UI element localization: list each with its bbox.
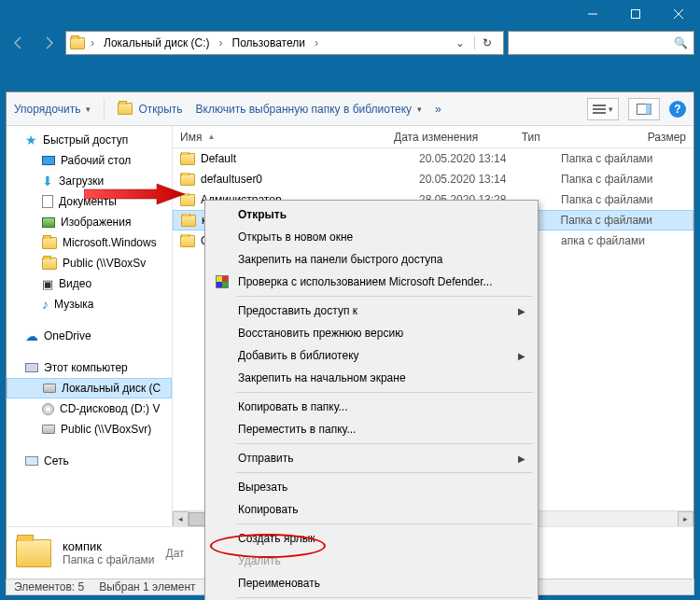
disk-icon (43, 384, 56, 393)
folder-icon (180, 174, 195, 186)
folder-open-icon (118, 103, 133, 115)
navigation-bar: › Локальный диск (C:) › Пользователи › ⌄… (0, 28, 700, 58)
ctx-copy[interactable]: Копировать (208, 498, 535, 521)
column-date[interactable]: Дата изменения (386, 131, 514, 144)
minimize-button[interactable] (571, 0, 614, 28)
navigation-tree[interactable]: ★Быстрый доступ Рабочий стол ⬇Загрузки Д… (7, 126, 173, 526)
ctx-pin-start[interactable]: Закрепить на начальном экране (208, 367, 535, 389)
ctx-defender-scan[interactable]: Проверка с использованием Microsoft Defe… (208, 271, 535, 293)
back-button[interactable] (6, 30, 32, 56)
ctx-create-shortcut[interactable]: Создать ярлык (208, 527, 535, 550)
address-bar[interactable]: › Локальный диск (C:) › Пользователи › ⌄… (65, 31, 504, 55)
cloud-icon: ☁ (25, 328, 38, 343)
sort-indicator-icon: ▲ (207, 133, 215, 141)
close-button[interactable] (657, 0, 700, 28)
scroll-right-button[interactable]: ▸ (678, 511, 693, 527)
svg-rect-1 (632, 10, 640, 19)
breadcrumb-segment[interactable]: Пользователи (229, 36, 309, 49)
file-row[interactable]: Default 20.05.2020 13:14 Папка с файлами (173, 148, 693, 169)
details-date-label: Дат (166, 547, 185, 560)
include-label: Включить выбранную папку в библиотеку (196, 103, 413, 116)
open-button[interactable]: Открыть (118, 103, 182, 116)
svg-rect-5 (593, 108, 606, 110)
ctx-move-to-folder[interactable]: Переместить в папку... (208, 418, 535, 440)
command-bar: Упорядочить ▾ Открыть Включить выбранную… (7, 92, 693, 126)
tree-pictures[interactable]: Изображения (7, 212, 172, 232)
pc-icon (25, 363, 38, 372)
ctx-rename[interactable]: Переименовать (208, 572, 535, 594)
title-bar (0, 0, 700, 28)
column-type[interactable]: Тип (514, 131, 640, 144)
menu-separator (236, 472, 533, 473)
ctx-copy-to-folder[interactable]: Копировать в папку... (208, 396, 535, 418)
ctx-delete[interactable]: Удалить (208, 550, 535, 572)
menu-separator (236, 597, 533, 598)
tree-local-disk[interactable]: Локальный диск (C (7, 378, 172, 398)
status-count: Элементов: 5 (14, 580, 84, 593)
organize-button[interactable]: Упорядочить ▾ (14, 103, 91, 116)
svg-rect-4 (593, 105, 606, 106)
tree-quick-access[interactable]: ★Быстрый доступ (7, 130, 172, 150)
music-icon: ♪ (42, 297, 49, 312)
menu-separator (236, 523, 533, 524)
tree-public-drive[interactable]: Public (\\VBoxSvr) (7, 419, 172, 440)
column-size[interactable]: Размер (640, 131, 693, 144)
tree-onedrive[interactable]: ☁OneDrive (7, 326, 172, 346)
preview-pane-button[interactable] (628, 98, 660, 120)
search-input[interactable]: 🔍 (508, 31, 694, 55)
document-icon (42, 195, 53, 208)
help-button[interactable]: ? (669, 101, 686, 118)
cd-icon (42, 403, 54, 415)
folder-icon (180, 235, 195, 247)
tree-videos[interactable]: ▣Видео (7, 273, 172, 294)
column-name[interactable]: Имя▲ (173, 131, 386, 144)
forward-button[interactable] (35, 30, 62, 56)
menu-separator (236, 443, 533, 444)
folder-icon (180, 194, 195, 206)
network-drive-icon (42, 425, 55, 434)
details-type: Папка с файлами (63, 553, 155, 566)
folder-icon (181, 215, 196, 227)
folder-icon (42, 258, 57, 270)
overflow-label: » (435, 103, 441, 116)
chevron-right-icon: › (89, 36, 96, 49)
tree-mswindows[interactable]: Microsoft.Windows (7, 232, 172, 253)
chevron-right-icon: ▶ (518, 453, 525, 464)
include-library-button[interactable]: Включить выбранную папку в библиотеку ▾ (196, 103, 423, 116)
chevron-down-icon: ▾ (417, 105, 422, 114)
tree-cd-drive[interactable]: CD-дисковод (D:) V (7, 398, 172, 419)
tree-desktop[interactable]: Рабочий стол (7, 150, 172, 171)
ctx-cut[interactable]: Вырезать (208, 476, 535, 498)
chevron-right-icon: ▶ (518, 306, 525, 316)
ctx-send-to[interactable]: Отправить▶ (208, 447, 535, 469)
tree-downloads[interactable]: ⬇Загрузки (7, 171, 172, 191)
history-dropdown-icon[interactable]: ⌄ (450, 36, 470, 49)
ctx-add-to-library[interactable]: Добавить в библиотеку▶ (208, 344, 535, 367)
menu-separator (236, 392, 533, 393)
ctx-give-access[interactable]: Предоставить доступ к▶ (208, 300, 535, 322)
file-row[interactable]: defaultuser0 20.05.2020 13:14 Папка с фа… (173, 169, 693, 189)
ctx-open-new-window[interactable]: Открыть в новом окне (208, 226, 535, 248)
video-icon: ▣ (42, 277, 53, 291)
tree-public-share[interactable]: Public (\\VBoxSv (7, 253, 172, 273)
context-menu: Открыть Открыть в новом окне Закрепить н… (204, 200, 539, 600)
tree-network[interactable]: Сеть (7, 451, 172, 471)
star-icon: ★ (25, 133, 37, 147)
search-icon: 🔍 (674, 36, 688, 49)
ctx-restore-previous[interactable]: Восстановить прежнюю версию (208, 322, 535, 344)
ctx-pin-quick-access[interactable]: Закрепить на панели быстрого доступа (208, 248, 535, 271)
scroll-left-button[interactable]: ◂ (173, 511, 189, 527)
ctx-open[interactable]: Открыть (208, 203, 535, 226)
open-label: Открыть (138, 103, 182, 116)
chevron-down-icon: ▾ (609, 105, 613, 114)
maximize-button[interactable] (614, 0, 657, 28)
overflow-button[interactable]: » (435, 103, 441, 116)
tree-documents[interactable]: Документы (7, 191, 172, 212)
network-icon (25, 456, 38, 466)
breadcrumb-segment[interactable]: Локальный диск (C:) (100, 36, 214, 49)
tree-music[interactable]: ♪Музыка (7, 294, 172, 314)
view-options-button[interactable]: ▾ (587, 98, 619, 120)
tree-this-pc[interactable]: Этот компьютер (7, 357, 172, 378)
shield-icon (216, 275, 229, 288)
refresh-button[interactable]: ↻ (474, 36, 499, 49)
